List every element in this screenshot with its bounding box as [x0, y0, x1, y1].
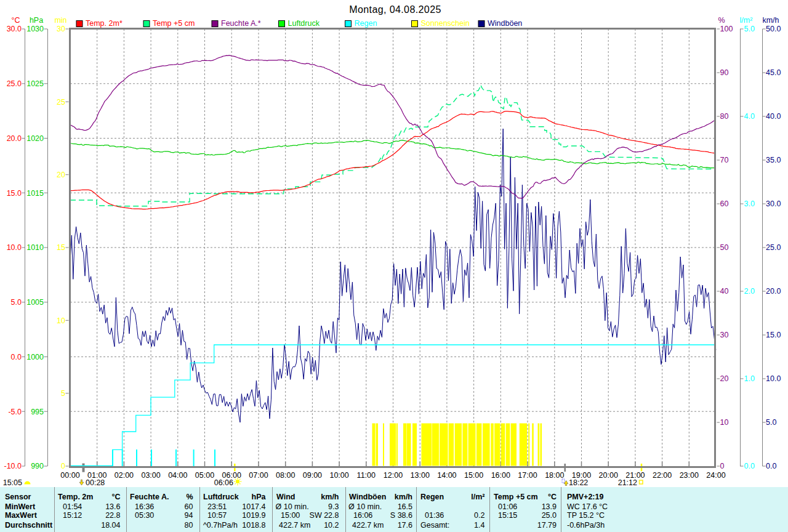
svg-text:15:05: 15:05	[3, 478, 22, 487]
svg-text:06:06: 06:06	[214, 478, 233, 487]
svg-text:25: 25	[57, 98, 65, 107]
svg-text:hPa: hPa	[30, 16, 43, 25]
svg-text:2.0: 2.0	[744, 287, 755, 296]
svg-text:1017.4: 1017.4	[242, 502, 265, 511]
svg-text:23:00: 23:00	[680, 471, 699, 480]
svg-text:-0.6hPa/3h: -0.6hPa/3h	[567, 521, 605, 530]
svg-text:^0.7hPa/h: ^0.7hPa/h	[203, 521, 238, 530]
svg-text:°C: °C	[111, 493, 120, 501]
svg-text:3.0: 3.0	[744, 200, 755, 208]
svg-text:01:54: 01:54	[63, 502, 82, 511]
svg-text:5.0: 5.0	[744, 25, 755, 33]
svg-text:18:00: 18:00	[545, 471, 564, 480]
svg-text:07:00: 07:00	[249, 471, 268, 480]
svg-text:13:00: 13:00	[411, 471, 430, 480]
svg-text:35.0: 35.0	[766, 156, 781, 164]
svg-text:25.0: 25.0	[7, 79, 22, 88]
svg-text:5: 5	[61, 389, 65, 398]
svg-text:MaxWert: MaxWert	[5, 511, 38, 520]
svg-text:hPa: hPa	[252, 493, 267, 501]
svg-text:15:12: 15:12	[63, 511, 82, 520]
svg-text:-10.0: -10.0	[4, 462, 22, 470]
svg-text:l/m²: l/m²	[471, 493, 484, 501]
svg-text:l/m²: l/m²	[740, 16, 753, 25]
svg-text:PMV+2:19: PMV+2:19	[567, 493, 603, 501]
svg-text:24:00: 24:00	[706, 471, 725, 480]
svg-text:23:51: 23:51	[207, 502, 227, 511]
svg-text:km/h: km/h	[762, 16, 779, 25]
svg-text:422.7 km: 422.7 km	[279, 521, 310, 530]
svg-text:13.9: 13.9	[542, 502, 557, 511]
svg-text:1020: 1020	[26, 134, 44, 143]
svg-text:90: 90	[720, 68, 729, 77]
svg-text:Durchschnitt: Durchschnitt	[5, 521, 53, 530]
svg-text:22:00: 22:00	[653, 471, 672, 480]
svg-text:Sensor: Sensor	[5, 493, 31, 501]
svg-text:01:06: 01:06	[498, 502, 517, 511]
svg-text:S 38.6: S 38.6	[390, 511, 412, 520]
svg-text:km/h: km/h	[395, 493, 412, 501]
svg-text:%: %	[718, 16, 725, 25]
svg-text:1018.8: 1018.8	[242, 521, 265, 530]
svg-text:Wind: Wind	[276, 493, 295, 501]
svg-text:1005: 1005	[26, 298, 44, 307]
svg-text:45.0: 45.0	[766, 68, 781, 77]
svg-text:%: %	[186, 493, 193, 501]
svg-text:1000: 1000	[26, 353, 44, 361]
svg-text:18.04: 18.04	[101, 521, 120, 530]
svg-text:17.6: 17.6	[398, 521, 412, 530]
svg-text:40: 40	[720, 287, 729, 296]
svg-text:MinWert: MinWert	[5, 502, 36, 511]
svg-text:Feuchte A.: Feuchte A.	[130, 493, 169, 501]
svg-text:Temp. 2m*: Temp. 2m*	[86, 19, 123, 28]
svg-text:0.2: 0.2	[474, 511, 484, 520]
svg-text:11:00: 11:00	[357, 471, 376, 480]
svg-text:Regen: Regen	[355, 19, 377, 28]
svg-text:30.0: 30.0	[7, 25, 22, 33]
svg-text:Gesamt:: Gesamt:	[420, 521, 449, 530]
svg-text:03:00: 03:00	[141, 471, 160, 480]
svg-text:09:00: 09:00	[303, 471, 322, 480]
svg-text:15.0: 15.0	[7, 189, 22, 198]
svg-text:0.0: 0.0	[766, 462, 776, 470]
svg-text:94: 94	[185, 511, 193, 520]
svg-text:60: 60	[185, 502, 193, 511]
svg-text:-5.0: -5.0	[8, 408, 22, 416]
svg-text:km/h: km/h	[321, 493, 339, 501]
svg-text:22.8: 22.8	[105, 511, 120, 520]
svg-text:Ø 10 min.: Ø 10 min.	[348, 502, 382, 511]
svg-text:1019.9: 1019.9	[242, 511, 265, 520]
svg-text:00:00: 00:00	[60, 471, 79, 480]
svg-text:100: 100	[720, 25, 733, 33]
svg-text:5.0: 5.0	[11, 298, 22, 307]
svg-text:25.0: 25.0	[542, 511, 557, 520]
svg-text:TP 15.2 °C: TP 15.2 °C	[567, 511, 605, 520]
svg-text:16:00: 16:00	[491, 471, 510, 480]
svg-text:15:00: 15:00	[464, 471, 483, 480]
svg-text:15: 15	[57, 243, 65, 252]
svg-text:20: 20	[57, 171, 65, 179]
svg-text:Montag, 04.08.2025: Montag, 04.08.2025	[349, 4, 441, 15]
svg-text:08:00: 08:00	[276, 471, 295, 480]
svg-text:9.3: 9.3	[328, 502, 339, 511]
svg-text:21:12: 21:12	[618, 478, 637, 487]
svg-text:Temp +5 cm: Temp +5 cm	[494, 493, 538, 501]
svg-text:15.0: 15.0	[766, 331, 781, 339]
svg-text:10.2: 10.2	[324, 521, 339, 530]
svg-text:10: 10	[57, 316, 65, 325]
svg-text:°C: °C	[11, 16, 20, 25]
svg-text:1030: 1030	[26, 25, 44, 33]
svg-text:80: 80	[185, 521, 193, 530]
svg-text:04:00: 04:00	[168, 471, 187, 480]
svg-text:16:06: 16:06	[353, 511, 372, 520]
svg-text:16.5: 16.5	[398, 502, 412, 511]
svg-text:Regen: Regen	[420, 493, 444, 501]
svg-text:50.0: 50.0	[766, 25, 781, 33]
svg-text:10.0: 10.0	[766, 374, 781, 383]
svg-text:Windböen: Windböen	[349, 493, 386, 501]
svg-text:20.0: 20.0	[7, 134, 22, 143]
svg-text:0: 0	[720, 462, 725, 470]
svg-text:995: 995	[31, 408, 44, 416]
svg-text:Sonnenschein: Sonnenschein	[421, 19, 470, 28]
svg-text:Temp. 2m: Temp. 2m	[58, 493, 93, 501]
